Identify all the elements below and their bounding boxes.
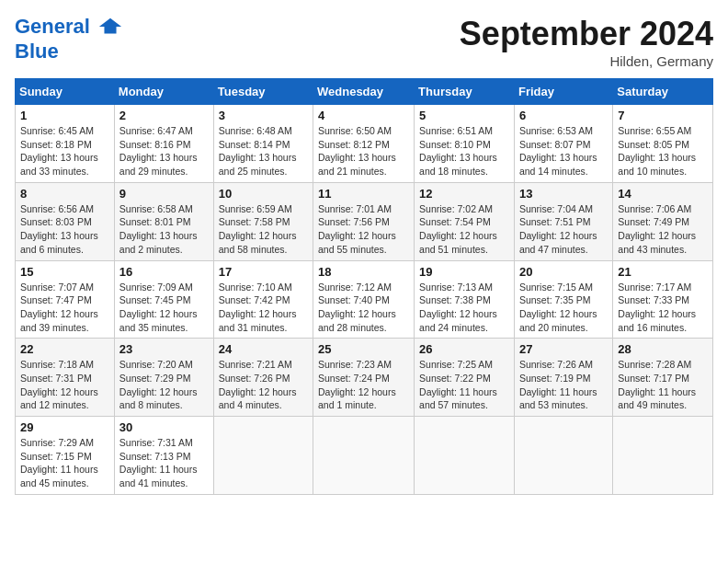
col-header-saturday: Saturday (613, 79, 713, 105)
day-detail: Sunrise: 7:15 AMSunset: 7:35 PMDaylight:… (519, 281, 608, 335)
day-detail: Sunrise: 7:23 AMSunset: 7:24 PMDaylight:… (318, 358, 409, 412)
day-detail: Sunrise: 7:31 AMSunset: 7:13 PMDaylight:… (119, 436, 209, 490)
day-detail: Sunrise: 7:17 AMSunset: 7:33 PMDaylight:… (618, 281, 708, 335)
calendar-cell: 16Sunrise: 7:09 AMSunset: 7:45 PMDayligh… (114, 260, 213, 339)
title-block: September 2024 Hilden, Germany (460, 15, 713, 69)
calendar-cell: 20Sunrise: 7:15 AMSunset: 7:35 PMDayligh… (514, 260, 612, 339)
calendar-cell: 1Sunrise: 6:45 AMSunset: 8:18 PMDaylight… (16, 105, 115, 183)
day-detail: Sunrise: 6:50 AMSunset: 8:12 PMDaylight:… (318, 124, 409, 178)
day-detail: Sunrise: 7:09 AMSunset: 7:45 PMDaylight:… (119, 281, 209, 335)
calendar-cell: 2Sunrise: 6:47 AMSunset: 8:16 PMDaylight… (114, 105, 213, 183)
calendar-cell: 29Sunrise: 7:29 AMSunset: 7:15 PMDayligh… (16, 417, 115, 495)
day-number: 23 (119, 342, 209, 356)
day-number: 18 (318, 265, 409, 279)
day-number: 6 (519, 109, 608, 122)
day-detail: Sunrise: 6:51 AMSunset: 8:10 PMDaylight:… (419, 124, 509, 178)
logo: General Blue (15, 15, 123, 63)
calendar-cell: 19Sunrise: 7:13 AMSunset: 7:38 PMDayligh… (415, 260, 515, 339)
day-detail: Sunrise: 7:25 AMSunset: 7:22 PMDaylight:… (419, 358, 509, 412)
calendar-cell: 14Sunrise: 7:06 AMSunset: 7:49 PMDayligh… (613, 182, 713, 260)
calendar-cell: 9Sunrise: 6:58 AMSunset: 8:01 PMDaylight… (114, 182, 213, 260)
day-detail: Sunrise: 6:53 AMSunset: 8:07 PMDaylight:… (519, 124, 608, 178)
calendar-cell: 17Sunrise: 7:10 AMSunset: 7:42 PMDayligh… (213, 260, 313, 339)
calendar-cell: 24Sunrise: 7:21 AMSunset: 7:26 PMDayligh… (213, 339, 313, 417)
day-number: 28 (618, 342, 708, 356)
calendar-cell: 26Sunrise: 7:25 AMSunset: 7:22 PMDayligh… (415, 339, 515, 417)
day-number: 29 (20, 420, 109, 434)
day-number: 27 (519, 342, 608, 356)
logo-general: General (15, 15, 90, 38)
calendar-cell: 28Sunrise: 7:28 AMSunset: 7:17 PMDayligh… (613, 339, 713, 417)
calendar-cell: 6Sunrise: 6:53 AMSunset: 8:07 PMDaylight… (514, 105, 612, 183)
day-number: 24 (219, 342, 308, 356)
logo-bird-icon (97, 15, 123, 40)
day-number: 1 (20, 109, 109, 122)
day-number: 19 (419, 265, 509, 279)
day-detail: Sunrise: 6:48 AMSunset: 8:14 PMDaylight:… (219, 124, 308, 178)
svg-marker-0 (99, 18, 121, 34)
calendar-cell (514, 417, 612, 495)
day-number: 9 (119, 187, 209, 201)
calendar-week-1: 1Sunrise: 6:45 AMSunset: 8:18 PMDaylight… (16, 105, 713, 183)
day-number: 14 (618, 187, 708, 201)
day-number: 17 (219, 265, 308, 279)
calendar-cell: 25Sunrise: 7:23 AMSunset: 7:24 PMDayligh… (313, 339, 415, 417)
day-number: 26 (419, 342, 509, 356)
day-number: 5 (419, 109, 509, 122)
day-number: 13 (519, 187, 608, 201)
day-detail: Sunrise: 7:21 AMSunset: 7:26 PMDaylight:… (219, 358, 308, 412)
day-number: 25 (318, 342, 409, 356)
calendar-cell: 12Sunrise: 7:02 AMSunset: 7:54 PMDayligh… (415, 182, 515, 260)
day-number: 15 (20, 265, 109, 279)
calendar-cell: 23Sunrise: 7:20 AMSunset: 7:29 PMDayligh… (114, 339, 213, 417)
calendar-cell (213, 417, 313, 495)
page-header: General Blue September 2024 Hilden, Germ… (15, 15, 713, 69)
day-number: 22 (20, 342, 109, 356)
day-detail: Sunrise: 6:55 AMSunset: 8:05 PMDaylight:… (618, 124, 708, 178)
day-detail: Sunrise: 6:45 AMSunset: 8:18 PMDaylight:… (20, 124, 109, 178)
calendar-cell (613, 417, 713, 495)
day-detail: Sunrise: 7:13 AMSunset: 7:38 PMDaylight:… (419, 281, 509, 335)
day-number: 21 (618, 265, 708, 279)
calendar-cell: 3Sunrise: 6:48 AMSunset: 8:14 PMDaylight… (213, 105, 313, 183)
calendar-cell (313, 417, 415, 495)
day-number: 10 (219, 187, 308, 201)
calendar-cell: 4Sunrise: 6:50 AMSunset: 8:12 PMDaylight… (313, 105, 415, 183)
calendar-cell: 5Sunrise: 6:51 AMSunset: 8:10 PMDaylight… (415, 105, 515, 183)
day-number: 20 (519, 265, 608, 279)
day-number: 30 (119, 420, 209, 434)
day-number: 3 (219, 109, 308, 122)
day-detail: Sunrise: 7:10 AMSunset: 7:42 PMDaylight:… (219, 281, 308, 335)
calendar-cell: 18Sunrise: 7:12 AMSunset: 7:40 PMDayligh… (313, 260, 415, 339)
day-detail: Sunrise: 7:01 AMSunset: 7:56 PMDaylight:… (318, 202, 409, 257)
day-detail: Sunrise: 7:28 AMSunset: 7:17 PMDaylight:… (618, 358, 708, 412)
logo-blue: Blue (15, 40, 123, 63)
day-number: 8 (20, 187, 109, 201)
calendar-cell: 11Sunrise: 7:01 AMSunset: 7:56 PMDayligh… (313, 182, 415, 260)
month-title: September 2024 (460, 15, 713, 53)
col-header-friday: Friday (514, 79, 612, 105)
day-number: 7 (618, 109, 708, 122)
day-number: 12 (419, 187, 509, 201)
calendar-table: SundayMondayTuesdayWednesdayThursdayFrid… (15, 78, 713, 495)
col-header-monday: Monday (114, 79, 213, 105)
day-detail: Sunrise: 7:07 AMSunset: 7:47 PMDaylight:… (20, 281, 109, 335)
day-detail: Sunrise: 7:18 AMSunset: 7:31 PMDaylight:… (20, 358, 109, 412)
col-header-sunday: Sunday (16, 79, 115, 105)
day-detail: Sunrise: 7:26 AMSunset: 7:19 PMDaylight:… (519, 358, 608, 412)
day-detail: Sunrise: 6:58 AMSunset: 8:01 PMDaylight:… (119, 202, 209, 257)
calendar-cell: 13Sunrise: 7:04 AMSunset: 7:51 PMDayligh… (514, 182, 612, 260)
day-detail: Sunrise: 6:59 AMSunset: 7:58 PMDaylight:… (219, 202, 308, 257)
col-header-wednesday: Wednesday (313, 79, 415, 105)
day-number: 2 (119, 109, 209, 122)
day-number: 16 (119, 265, 209, 279)
calendar-week-5: 29Sunrise: 7:29 AMSunset: 7:15 PMDayligh… (16, 417, 713, 495)
calendar-cell: 21Sunrise: 7:17 AMSunset: 7:33 PMDayligh… (613, 260, 713, 339)
day-detail: Sunrise: 7:06 AMSunset: 7:49 PMDaylight:… (618, 202, 708, 257)
calendar-header: SundayMondayTuesdayWednesdayThursdayFrid… (16, 79, 713, 105)
calendar-cell: 15Sunrise: 7:07 AMSunset: 7:47 PMDayligh… (16, 260, 115, 339)
logo-text: General (15, 15, 123, 40)
day-number: 4 (318, 109, 409, 122)
calendar-cell: 27Sunrise: 7:26 AMSunset: 7:19 PMDayligh… (514, 339, 612, 417)
calendar-cell: 10Sunrise: 6:59 AMSunset: 7:58 PMDayligh… (213, 182, 313, 260)
